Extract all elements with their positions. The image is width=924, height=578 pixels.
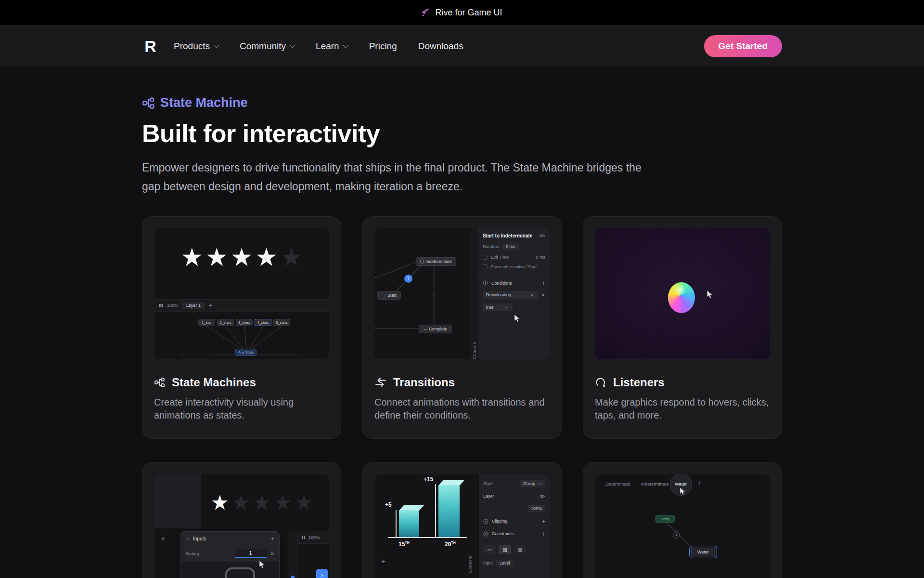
card-description: Connect animations with transitions and …: [374, 396, 550, 422]
layer-label: Layer: [483, 494, 494, 499]
gradient-orb: [668, 282, 695, 313]
card-title: Listeners: [613, 376, 665, 389]
star-icon: ★: [253, 493, 271, 513]
star-icon: ★: [211, 493, 229, 513]
arrow-icon: →: [423, 327, 427, 331]
entry-node: Entry: [655, 515, 675, 523]
pattern-fill-icon: ▦: [514, 545, 526, 554]
water-node-selected: Water: [689, 546, 717, 558]
clipping-icon: [483, 519, 488, 524]
measure-line: [435, 484, 436, 537]
section-eyebrow: State Machine: [142, 95, 782, 110]
indeterminate-node: Indeterminate: [416, 257, 456, 266]
eye-icon: [539, 494, 545, 499]
plus-icon: +: [270, 536, 274, 542]
card-state-graph: Determinate Indeterminate Water + Entry …: [583, 462, 782, 578]
state-node-selected: 4_stars: [255, 319, 271, 326]
plus-icon: +: [541, 280, 545, 286]
state-machine-icon: [154, 377, 166, 388]
duration-label: Duration: [483, 244, 499, 249]
star-icon: ★: [280, 245, 303, 270]
nav-item-learn[interactable]: Learn: [316, 41, 348, 52]
star-icon: ★: [255, 245, 278, 270]
nav-menu: Products Community Learn Pricing Downloa…: [174, 41, 463, 52]
plus-icon: +: [161, 535, 165, 543]
star-icon: ★: [274, 493, 292, 513]
state-node: 3_stars: [236, 319, 253, 326]
gradient-fill-icon: ▨: [499, 545, 511, 554]
console-panel-collapsed: Console: [470, 228, 478, 359]
rive-logo[interactable]: R: [142, 37, 158, 56]
nav-item-products[interactable]: Products: [174, 41, 218, 52]
navbar: R Products Community Learn Pricing Downl…: [0, 25, 924, 67]
state-node: 5_stars: [273, 319, 290, 326]
chevron-down-icon: [289, 42, 295, 48]
duration-value: 0 ms: [502, 243, 519, 250]
card-description: Create interactivity visually using anim…: [154, 396, 329, 422]
advance-button: ›: [316, 569, 328, 578]
transition-graph: ‹ ‹ ⌄ Indeterminate 7 →Start →Complete: [374, 228, 470, 359]
card-inputs: ★ ★ ★ ★ ★ + Listeners 100% ›: [142, 462, 341, 578]
plus-icon: +: [541, 518, 545, 525]
close-icon: ✕: [541, 292, 545, 298]
fill-tools: ▭ ▨ ▦: [483, 542, 545, 557]
pause-checkbox: [483, 264, 488, 269]
listeners-label: Listeners: [290, 536, 295, 578]
chevron-down-icon: [538, 483, 542, 485]
chevron-down-icon: [531, 294, 535, 296]
inspector-panel: Style Group Layer: [479, 474, 550, 578]
exit-time-label: Exit Time: [491, 255, 509, 260]
star-icon: ★: [180, 245, 203, 270]
inputs-preview: ★ ★ ★ ★ ★ + Listeners 100% ›: [154, 474, 329, 578]
promo-banner[interactable]: Rive for Game UI: [0, 0, 924, 25]
banner-text: Rive for Game UI: [435, 8, 502, 18]
transition-count-badge: 1: [673, 531, 680, 539]
transitions-preview: ‹ ‹ ⌄ Indeterminate 7 →Start →Complete: [374, 228, 550, 359]
page-description: Empower designers to drive functionality…: [142, 158, 642, 196]
chevron-left-icon: ‹: [375, 275, 377, 280]
console-label: Console: [468, 555, 473, 573]
condition-value-select: true: [483, 303, 513, 311]
bar-tall: [438, 480, 460, 537]
card-listeners: Listeners Make graphics respond to hover…: [583, 216, 782, 439]
nav-item-pricing[interactable]: Pricing: [369, 41, 397, 52]
arrow-icon: →: [382, 293, 386, 298]
nav-item-community[interactable]: Community: [240, 41, 295, 52]
inspector-title: Start to Indeterminate: [483, 233, 532, 238]
state-machines-preview: ★ ★ ★ ★ ★ 100% Layer 1 +: [154, 228, 329, 359]
opacity-value: 100%: [527, 505, 545, 512]
get-started-button[interactable]: Get Started: [704, 35, 782, 57]
exit-time-value: 0 ms: [536, 255, 545, 260]
state-node: 1_star: [198, 319, 215, 326]
transition-inspector: Start to Indeterminate Duration 0 ms Exi…: [478, 228, 550, 359]
nav-item-downloads[interactable]: Downloads: [418, 41, 463, 52]
plus-icon: +: [209, 302, 213, 309]
star-rating: ★ ★ ★ ★ ★: [154, 245, 329, 270]
eye-icon: [539, 234, 545, 238]
state-node: 2_stars: [217, 319, 234, 326]
card-state-machines: ★ ★ ★ ★ ★ 100% Layer 1 +: [142, 216, 341, 439]
cursor-icon: [706, 290, 713, 300]
rating-value: 1: [235, 549, 267, 558]
eyebrow-label: State Machine: [160, 95, 248, 110]
feature-grid: ★ ★ ★ ★ ★ 100% Layer 1 +: [142, 216, 782, 578]
star-rating: ★ ★ ★ ★ ★: [211, 493, 313, 513]
x-axis-label: 15TH: [398, 541, 410, 548]
star-icon: ★: [231, 245, 253, 270]
keyframe-dot: [291, 576, 295, 578]
cursor-icon: [680, 487, 686, 496]
chevron-left-icon: ‹: [375, 325, 377, 330]
zoom-level: 100%: [167, 303, 178, 308]
chevron-down-icon: [186, 538, 190, 540]
transition-count-badge: 7: [404, 275, 412, 283]
panel-title: Inputs: [193, 536, 206, 541]
any-state-node: Any State: [235, 349, 257, 356]
transitions-icon: [374, 376, 387, 389]
chevron-down-icon: [343, 42, 349, 48]
x-axis-label: 20TH: [445, 541, 456, 548]
measure-line: [396, 510, 397, 537]
plus-icon: +: [541, 531, 545, 537]
hero-section: State Machine Built for interactivity Em…: [142, 67, 782, 196]
bar-small: [399, 505, 419, 537]
state-graph-preview: Determinate Indeterminate Water + Entry …: [595, 474, 770, 578]
